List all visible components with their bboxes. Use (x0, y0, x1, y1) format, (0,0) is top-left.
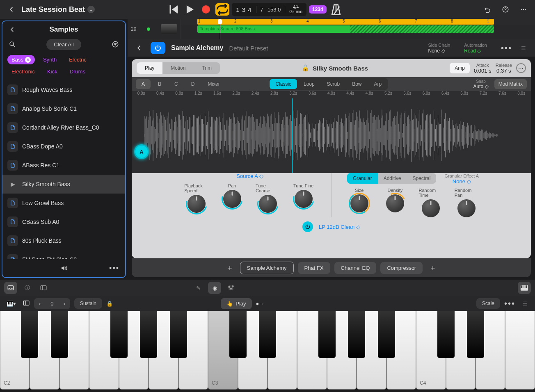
plugin-power-icon[interactable] (151, 42, 165, 54)
seg-additive[interactable]: Additive (378, 173, 407, 184)
mod-matrix-button[interactable]: Mod Matrix (494, 79, 527, 89)
info-icon[interactable]: ⓘ (21, 282, 34, 294)
automation-mode[interactable]: AutomationRead ◇ (464, 42, 487, 54)
knob-tune-coarse[interactable] (259, 195, 277, 213)
piano-keyboard[interactable]: C2C3C4 (0, 311, 535, 390)
region[interactable]: Tompkins Square 808 Bass (197, 25, 494, 33)
knob-pan[interactable] (223, 190, 241, 208)
seg-spectral[interactable]: Spectral (407, 173, 436, 184)
release[interactable]: Release0.37 s (496, 63, 512, 73)
sample-row[interactable]: ABass Res C1 (2, 156, 125, 175)
undo-icon[interactable] (482, 4, 493, 15)
granular-effect[interactable]: Granular Effect ANone ◇ (444, 173, 479, 185)
source-handle-a[interactable]: A (134, 144, 149, 159)
black-key[interactable] (318, 311, 336, 358)
sample-row[interactable]: Rough Waves Bass (2, 80, 125, 99)
kbd-drag-icon[interactable]: ☰ (519, 298, 531, 309)
knob-density[interactable] (386, 194, 404, 212)
tag-synth[interactable]: Synth (39, 55, 61, 64)
lcd-display[interactable]: 1 3 4 7 153.0 4/4G♭ min (232, 3, 306, 16)
count-in-badge[interactable]: 1234 (309, 5, 327, 14)
filter-type[interactable]: LP 12dB Clean ◇ (319, 224, 360, 230)
filter-power-icon[interactable] (302, 221, 313, 232)
split-icon[interactable] (23, 299, 30, 308)
src-a[interactable]: A (136, 79, 151, 89)
knob-size[interactable] (350, 194, 368, 212)
sidebar-more-icon[interactable]: ••• (109, 264, 119, 273)
fx-add-left-icon[interactable]: ＋ (224, 263, 236, 273)
smart-controls-icon[interactable]: ◉ (208, 282, 221, 294)
sample-title[interactable]: 🔓 Silky Smooth Bass (302, 64, 368, 72)
source-a-select[interactable]: Source A ◇ (236, 173, 263, 179)
lock-icon[interactable]: 🔒 (106, 301, 113, 307)
black-key[interactable] (229, 311, 247, 358)
src-b[interactable]: B (152, 79, 167, 89)
oct-down-icon[interactable]: ‹ (34, 298, 46, 309)
fx-slot-0[interactable]: Sample Alchemy (240, 262, 294, 274)
src-mixer[interactable]: Mixer (202, 79, 225, 89)
pencil-icon[interactable]: ✎ (192, 282, 205, 294)
black-key[interactable] (348, 311, 365, 358)
cycle-range[interactable] (197, 19, 494, 25)
black-key[interactable] (140, 311, 157, 358)
kbd-more-icon[interactable]: ••• (504, 299, 515, 308)
record-icon[interactable] (199, 3, 213, 16)
black-key[interactable] (170, 311, 187, 358)
mode-trim[interactable]: Trim (194, 62, 220, 74)
help-icon[interactable] (500, 4, 511, 15)
back-chevron-icon[interactable] (6, 4, 17, 15)
metronome-icon[interactable] (329, 3, 343, 16)
cycle-icon[interactable] (215, 3, 229, 16)
tag-electric[interactable]: Electric (65, 55, 91, 64)
panel-icon[interactable] (37, 282, 50, 294)
knob-random-pan[interactable] (457, 199, 476, 217)
sustain-button[interactable]: Sustain (74, 298, 102, 309)
keyboard-mode-icon[interactable]: 🎹▾ (4, 301, 18, 307)
plugin-name[interactable]: Sample Alchemy (171, 44, 223, 52)
src-c[interactable]: C (169, 79, 184, 89)
keyboard-icon[interactable] (518, 282, 531, 294)
tag-electronic[interactable]: Electronic (7, 67, 39, 76)
mode-classic[interactable]: Classic (270, 79, 297, 89)
src-d[interactable]: D (185, 79, 201, 89)
mode-play[interactable]: Play (137, 62, 162, 74)
filter-icon[interactable] (110, 39, 121, 50)
waveform-area[interactable]: 0.0s0.4s0.8s1.2s1.6s2.0s2.4s2.8s3.2s3.6s… (132, 91, 531, 173)
mode-motion[interactable]: Motion (162, 62, 194, 74)
go-to-start-icon[interactable] (166, 3, 180, 16)
black-key[interactable] (21, 311, 38, 358)
timeline[interactable]: 1 2 3 4 5 6 7 8 9 Tompkins Square 808 Ba… (181, 19, 535, 39)
sample-row[interactable]: CBass Dope A0 (2, 137, 125, 156)
scale-button[interactable]: Scale (476, 298, 500, 309)
black-key[interactable] (259, 311, 276, 358)
attack[interactable]: Attack0.001 s (474, 63, 492, 73)
drag-handle-icon[interactable]: ☰ (518, 42, 529, 54)
remove-tag-icon[interactable]: ✕ (25, 57, 31, 63)
black-key[interactable] (51, 311, 68, 358)
black-key[interactable] (437, 311, 455, 358)
glissando-icon[interactable]: ●→ (256, 301, 265, 307)
sidechain[interactable]: Side ChainNone ◇ (428, 42, 450, 54)
black-key[interactable] (110, 311, 128, 358)
mixer-icon[interactable] (224, 282, 238, 294)
knob-playback-speed[interactable] (187, 195, 206, 213)
inbox-icon[interactable] (4, 282, 17, 294)
seg-granular[interactable]: Granular (347, 173, 378, 184)
project-title[interactable]: Late Session Beat ⌄ (21, 5, 95, 14)
mode-bow[interactable]: Bow (346, 79, 367, 89)
amp-button[interactable]: Amp (450, 63, 470, 73)
knob-tune-fine[interactable] (295, 190, 313, 208)
white-key[interactable] (505, 311, 535, 390)
oct-up-icon[interactable]: › (59, 298, 70, 309)
sample-row[interactable]: Cortlandt Alley River Bass_C0 (2, 118, 125, 137)
sample-row[interactable]: CBass Sub A0 (2, 212, 125, 231)
preset-name[interactable]: Default Preset (229, 45, 268, 52)
sample-row[interactable]: 80s Pluck Bass (2, 231, 125, 250)
fx-slot-2[interactable]: Channel EQ (334, 262, 377, 274)
sample-row[interactable]: Low Growl Bass (2, 194, 125, 212)
sample-row[interactable]: Analog Sub Sonic C1 (2, 99, 125, 118)
sample-row[interactable]: FM Bass FM Slap C0 (2, 250, 125, 259)
black-key[interactable] (378, 311, 395, 358)
fx-slot-1[interactable]: Phat FX (298, 262, 330, 274)
knob-random-time[interactable] (422, 199, 440, 217)
